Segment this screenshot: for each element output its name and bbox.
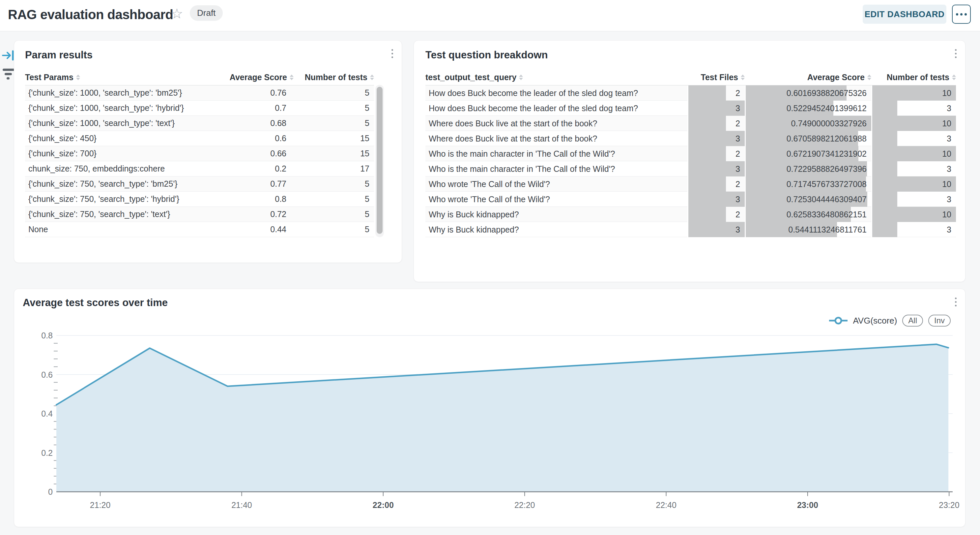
more-options-button[interactable] xyxy=(952,5,971,24)
cell-number-of-tests: 3 xyxy=(871,101,956,116)
area-chart-plot[interactable]: 00.20.40.60.821:2021:4022:0022:2022:4023… xyxy=(14,332,966,520)
column-header-number-of-tests[interactable]: Number of tests xyxy=(871,73,956,82)
table-row: Who wrote 'The Call of the Wild'?30.7253… xyxy=(425,192,956,207)
kebab-dot xyxy=(960,13,963,16)
svg-text:0.4: 0.4 xyxy=(41,409,53,418)
table-row: {'chunk_size': 1000, 'search_type': 'hyb… xyxy=(25,101,374,116)
cell-query: Why is Buck kidnapped? xyxy=(425,225,687,235)
legend-inv-button[interactable]: Inv xyxy=(928,315,951,327)
column-header-query[interactable]: test_output_test_query xyxy=(425,73,687,82)
cell-test-files: 3 xyxy=(687,192,745,207)
param-results-table: Test Params Average Score Number of test… xyxy=(25,70,374,237)
chart-legend: AVG(score) All Inv xyxy=(829,315,951,327)
table-row: None0.445 xyxy=(25,222,374,237)
cell-average-score: 0.76 xyxy=(211,88,294,97)
cell-number-of-tests: 5 xyxy=(294,225,374,234)
cell-query: Why is Buck kidnapped? xyxy=(425,210,687,219)
table-header-row: Test Params Average Score Number of test… xyxy=(25,70,374,85)
table-body: How does Buck become the leader of the s… xyxy=(425,85,956,237)
cell-query: How does Buck become the leader of the s… xyxy=(425,88,687,98)
column-header-average-score[interactable]: Average Score xyxy=(211,73,294,82)
cell-average-score: 0.6258336480862151 xyxy=(745,207,871,222)
cell-number-of-tests: 3 xyxy=(871,222,956,237)
table-row: Why is Buck kidnapped?20.625833648086215… xyxy=(425,207,956,222)
cell-average-score: 0.6721907341231902 xyxy=(745,146,871,161)
table-row: Why is Buck kidnapped?30.544111324681176… xyxy=(425,222,956,237)
avg-scores-chart-card: Average test scores over time AVG(score)… xyxy=(14,289,966,527)
cell-number-of-tests: 5 xyxy=(294,88,374,97)
edit-dashboard-button[interactable]: EDIT DASHBOARD xyxy=(863,5,947,24)
cell-query: How does Buck become the leader of the s… xyxy=(425,104,687,113)
column-header-test-params[interactable]: Test Params xyxy=(25,73,211,82)
cell-number-of-tests: 5 xyxy=(294,179,374,188)
card-menu-button[interactable] xyxy=(952,46,959,61)
kebab-dot xyxy=(956,13,958,16)
svg-text:22:00: 22:00 xyxy=(373,500,394,509)
sort-icon xyxy=(741,75,745,80)
svg-text:23:00: 23:00 xyxy=(797,500,818,509)
cell-average-score: 0.68 xyxy=(211,118,294,128)
table-row: chunk_size: 750, embeddings:cohere0.217 xyxy=(25,161,374,176)
cell-average-score: 0.749000003327926 xyxy=(745,116,871,131)
svg-text:22:40: 22:40 xyxy=(656,500,676,509)
cell-number-of-tests: 15 xyxy=(294,149,374,158)
svg-text:0: 0 xyxy=(48,487,53,497)
table-row: How does Buck become the leader of the s… xyxy=(425,101,956,116)
cell-test-params: {'chunk_size': 750, 'search_type': 'bm25… xyxy=(25,179,211,188)
table-row: {'chunk_size': 750, 'search_type': 'bm25… xyxy=(25,176,374,192)
cell-query: Where does Buck live at the start of the… xyxy=(425,134,687,144)
cell-query: Who wrote 'The Call of the Wild'? xyxy=(425,179,687,189)
card-menu-button[interactable] xyxy=(389,46,396,61)
svg-text:21:20: 21:20 xyxy=(90,500,111,509)
cell-average-score: 0.6705898212061988 xyxy=(745,131,871,146)
status-badge: Draft xyxy=(190,5,223,21)
legend-all-button[interactable]: All xyxy=(902,315,923,327)
table-scrollbar-thumb[interactable] xyxy=(377,87,383,234)
svg-text:0.6: 0.6 xyxy=(41,370,53,379)
cell-average-score: 0.7174576733727008 xyxy=(745,176,871,192)
cell-number-of-tests: 3 xyxy=(871,131,956,146)
table-header-row: test_output_test_query Test Files Averag… xyxy=(425,70,956,85)
cell-number-of-tests: 3 xyxy=(871,192,956,207)
cell-average-score: 0.7 xyxy=(211,103,294,113)
cell-test-files: 2 xyxy=(687,146,745,161)
table-row: {'chunk_size': 700}0.6615 xyxy=(25,146,374,161)
card-menu-button[interactable] xyxy=(952,295,959,309)
column-header-average-score[interactable]: Average Score xyxy=(745,73,871,82)
column-header-test-files[interactable]: Test Files xyxy=(687,73,745,82)
cell-number-of-tests: 5 xyxy=(294,209,374,219)
sort-icon xyxy=(76,75,80,80)
svg-text:0.8: 0.8 xyxy=(41,332,53,340)
collapse-sidebar-icon[interactable] xyxy=(2,50,15,61)
cell-test-params: {'chunk_size': 1000, 'search_type': 'hyb… xyxy=(25,103,211,113)
top-bar: RAG evaluation dashboard ☆ Draft EDIT DA… xyxy=(0,0,980,31)
cell-number-of-tests: 10 xyxy=(871,116,956,131)
column-header-number-of-tests[interactable]: Number of tests xyxy=(294,73,374,82)
page-title: RAG evaluation dashboard xyxy=(8,7,173,22)
table-row: Where does Buck live at the start of the… xyxy=(425,116,956,131)
cell-test-params: None xyxy=(25,225,211,234)
table-row: {'chunk_size': 750, 'search_type': 'hybr… xyxy=(25,192,374,207)
cell-number-of-tests: 3 xyxy=(871,161,956,176)
question-breakdown-table: test_output_test_query Test Files Averag… xyxy=(425,70,956,237)
card-title: Average test scores over time xyxy=(23,297,168,309)
cell-test-files: 2 xyxy=(687,116,745,131)
legend-line-icon[interactable] xyxy=(829,316,848,325)
table-row: {'chunk_size': 450}0.615 xyxy=(25,131,374,146)
cell-number-of-tests: 5 xyxy=(294,118,374,128)
cell-test-files: 3 xyxy=(687,101,745,116)
cell-average-score: 0.66 xyxy=(211,149,294,158)
sort-icon xyxy=(519,75,523,80)
svg-text:22:20: 22:20 xyxy=(514,500,535,509)
sort-icon xyxy=(290,75,294,80)
cell-test-files: 2 xyxy=(687,85,745,101)
favorite-star-icon[interactable]: ☆ xyxy=(171,6,183,22)
cell-average-score: 0.72 xyxy=(211,209,294,219)
cell-number-of-tests: 5 xyxy=(294,103,374,113)
cell-query: Who is the main character in 'The Call o… xyxy=(425,149,687,159)
cell-number-of-tests: 15 xyxy=(294,134,374,143)
cell-test-params: {'chunk_size': 1000, 'search_type': 'tex… xyxy=(25,118,211,128)
table-row: {'chunk_size': 750, 'search_type': 'text… xyxy=(25,207,374,222)
cell-number-of-tests: 5 xyxy=(294,194,374,204)
cell-average-score: 0.7229588826497396 xyxy=(745,161,871,176)
